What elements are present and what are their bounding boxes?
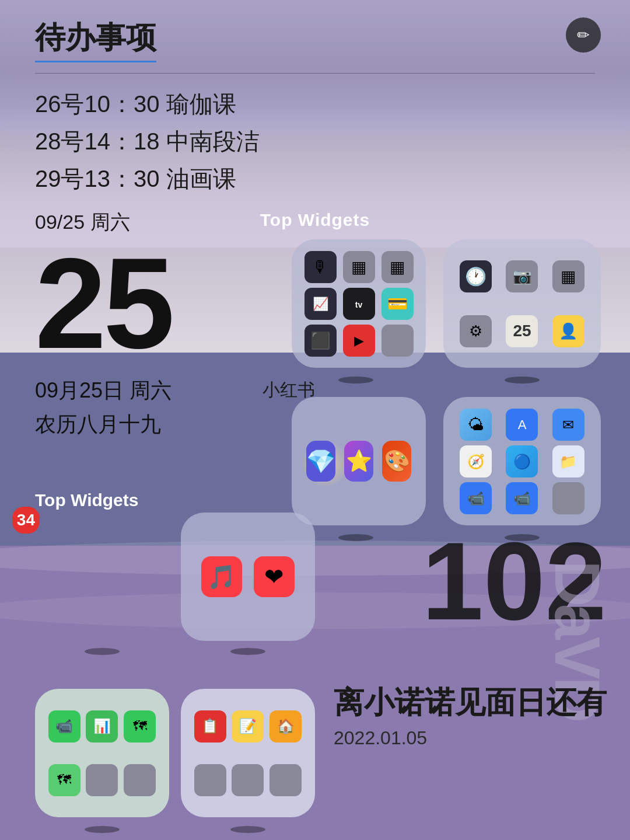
date-widget: 25 09月25日 周六 农历八月十九 <box>35 239 257 441</box>
app-grid-widget-2[interactable]: 🕐 📷 ▦ ⚙ 25 👤 <box>443 239 601 368</box>
app-icon-grid2[interactable]: ▦ <box>382 251 414 283</box>
date-detail-line2: 农历八月十九 <box>35 407 257 441</box>
app-icon-honkai[interactable]: 🔵 <box>506 445 538 477</box>
app-icon-empty-b2[interactable] <box>124 764 156 796</box>
app-icon-notes[interactable]: 📝 <box>232 710 264 743</box>
widget-shadow-b2 <box>230 826 265 833</box>
app-icon-reminders[interactable]: 📋 <box>194 710 226 743</box>
date-detail: 09月25日 周六 农历八月十九 <box>35 374 257 441</box>
countdown-widget: 离小诺诺见面日还有 2022.01.05 <box>334 683 607 749</box>
countdown-text: 离小诺诺见面日还有 <box>334 683 607 723</box>
top-widgets-label-1: Top Widgets <box>0 210 630 230</box>
app-icon-clock[interactable]: 🕐 <box>460 260 492 292</box>
app-icon-files[interactable]: 📁 <box>552 445 584 477</box>
app-icon-shortcuts[interactable]: 💎 <box>306 441 335 482</box>
app-grid-widget-4[interactable]: 🌤 A ✉ 🧭 🔵 📁 📹 📹 <box>443 397 601 525</box>
widget-shadow-1 <box>338 377 373 384</box>
app-icon-home[interactable]: 🏠 <box>270 710 302 743</box>
date-detail-line1: 09月25日 周六 <box>35 374 257 407</box>
todo-item-3: 29号13：30 油画课 <box>35 160 595 197</box>
app-icon-facetime-green[interactable]: 📹 <box>48 710 80 743</box>
svg-text:tv: tv <box>355 300 362 309</box>
app-icon-settings[interactable]: ⚙ <box>460 315 492 347</box>
edit-button[interactable]: ✏ <box>566 18 601 53</box>
app-icon-dark1[interactable]: ⬛ <box>304 325 337 357</box>
app-icon-compass[interactable]: 🧭 <box>460 445 492 477</box>
app-grid-widget-bottom-2[interactable]: 📋 📝 🏠 <box>181 689 315 817</box>
app-icon-wallet[interactable]: 💳 <box>382 288 414 320</box>
app-icon-empty-b5[interactable] <box>270 764 302 796</box>
app-icon-calendar-25[interactable]: 25 <box>506 315 538 347</box>
app-icon-camera[interactable]: 📷 <box>506 260 538 292</box>
app-icon-music[interactable]: 🎵 <box>201 556 242 597</box>
app-icon-weather[interactable]: 🌤 <box>460 409 492 441</box>
widget-shadow-3 <box>338 534 373 541</box>
app-grid-widget-6[interactable]: 🎵 ❤ <box>181 513 315 641</box>
todo-title: 待办事项 <box>35 18 156 62</box>
app-grid-widget-3[interactable]: 💎 ⭐ 🎨 <box>292 397 426 525</box>
todo-divider <box>35 73 595 74</box>
pencil-icon: ✏ <box>577 26 590 44</box>
app-icon-grid3[interactable]: ▦ <box>552 260 584 292</box>
app-icon-health[interactable]: ❤ <box>254 556 295 597</box>
app-grid-widget-1[interactable]: 🎙 ▦ ▦ 📈 tv 💳 ⬛ ▶ <box>292 239 426 368</box>
app-icon-create[interactable]: 🎨 <box>382 441 411 482</box>
widget-shadow-6 <box>230 648 265 655</box>
widget-shadow-2 <box>505 377 540 384</box>
todo-item-2: 28号14：18 中南段洁 <box>35 123 595 160</box>
app-icon-extra[interactable] <box>552 482 584 514</box>
notification-badge: 34 <box>12 507 40 534</box>
app-icon-appletv[interactable]: tv <box>343 288 375 320</box>
app-icon-appstore[interactable]: A <box>506 409 538 441</box>
app-icon-empty-b3[interactable] <box>194 764 226 796</box>
app-icon-voice-memos[interactable]: 🎙 <box>304 251 337 283</box>
app-icon-maps[interactable]: 🗺 <box>124 710 156 743</box>
app-icon-mail[interactable]: ✉ <box>552 409 584 441</box>
app-icon-zoom[interactable]: 📹 <box>506 482 538 514</box>
todo-item-1: 26号10：30 瑜伽课 <box>35 85 595 123</box>
main-content: 待办事项 26号10：30 瑜伽课 28号14：18 中南段洁 29号13：30… <box>0 0 630 840</box>
app-icon-stocks[interactable]: 📈 <box>304 288 337 320</box>
app-icon-facetime[interactable]: 📹 <box>460 482 492 514</box>
app-icon-youtube[interactable]: ▶ <box>343 325 375 357</box>
app-icon-contacts[interactable]: 👤 <box>552 315 584 347</box>
widget-shadow-b1 <box>85 826 120 833</box>
app-icon-numbers[interactable]: 📊 <box>86 710 118 743</box>
countdown-date: 2022.01.05 <box>334 727 607 749</box>
widget-shadow-5 <box>85 648 120 655</box>
top-widgets-label-2: Top Widgets <box>35 490 138 510</box>
app-icon-maps2[interactable]: 🗺 <box>48 764 80 796</box>
date-big-number: 25 <box>35 239 257 368</box>
todo-items: 26号10：30 瑜伽课 28号14：18 中南段洁 29号13：30 油画课 <box>35 85 595 197</box>
app-icon-star[interactable]: ⭐ <box>344 441 373 482</box>
app-icon-empty-b1[interactable] <box>86 764 118 796</box>
app-icon-grid1[interactable]: ▦ <box>343 251 375 283</box>
app-grid-widget-bottom-1[interactable]: 📹 📊 🗺 🗺 <box>35 689 169 817</box>
app-icon-gray1[interactable] <box>382 325 414 357</box>
app-icon-empty-b4[interactable] <box>232 764 264 796</box>
